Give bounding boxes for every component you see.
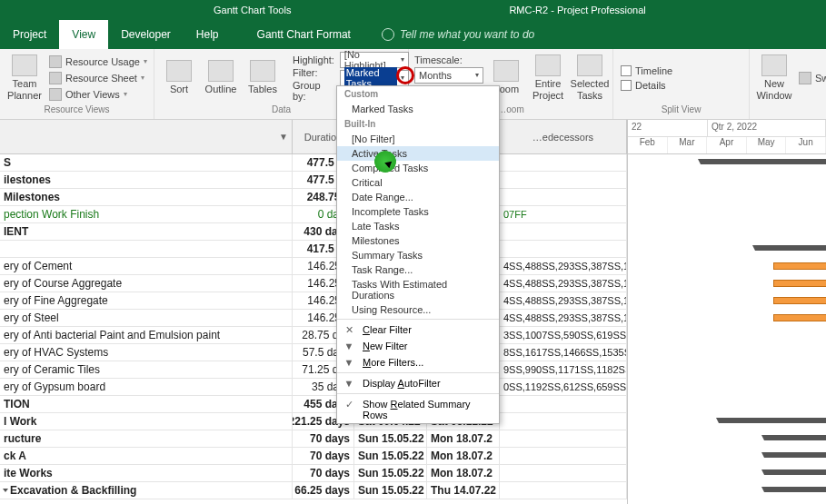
- gantt-bar[interactable]: [773, 297, 826, 304]
- pred-cell[interactable]: [500, 154, 627, 171]
- finish-cell[interactable]: Mon 18.07.2: [427, 448, 500, 464]
- table-row[interactable]: ilestones477.5 da: [0, 172, 627, 189]
- task-name-cell[interactable]: ery of Anti bacterial Paint and Emulsion…: [0, 327, 293, 343]
- task-name-cell[interactable]: l Work: [0, 413, 293, 430]
- pred-cell[interactable]: [500, 172, 627, 188]
- table-row[interactable]: ite Works70 daysSun 15.05.22Mon 18.07.2: [0, 465, 627, 482]
- dd-task-range[interactable]: Task Range...: [337, 262, 499, 277]
- resource-sheet-button[interactable]: Resource Sheet▾: [47, 71, 149, 85]
- pred-cell[interactable]: [500, 430, 627, 447]
- pred-cell[interactable]: 4SS,488SS,293SS,387SS,13: [500, 310, 627, 326]
- selected-tasks-button[interactable]: Selected Tasks: [571, 53, 609, 102]
- table-row[interactable]: Milestones248.75 d: [0, 189, 627, 206]
- table-row[interactable]: l Work221.25 daysSat 09.04.22Sat 03.11.2…: [0, 413, 627, 430]
- dd-using-resource[interactable]: Using Resource...: [337, 302, 499, 317]
- dd-incomplete-tasks[interactable]: Incomplete Tasks: [337, 204, 499, 219]
- tab-view[interactable]: View: [59, 20, 108, 49]
- gantt-bar[interactable]: [773, 280, 826, 287]
- table-row[interactable]: TION455 days: [0, 396, 627, 413]
- table-row[interactable]: ery of Steel146.25 d4SS,488SS,293SS,387S…: [0, 310, 627, 327]
- pred-cell[interactable]: [500, 413, 627, 430]
- finish-cell[interactable]: Thu 14.07.22: [427, 482, 500, 499]
- task-name-cell[interactable]: [0, 241, 293, 257]
- pred-cell[interactable]: 4SS,488SS,293SS,387SS,13: [500, 292, 627, 309]
- table-row[interactable]: S477.5 da: [0, 154, 627, 172]
- pred-cell[interactable]: [500, 465, 627, 481]
- duration-cell[interactable]: 66.25 days: [293, 482, 354, 499]
- table-row[interactable]: Excavation & Backfilling66.25 daysSun 15…: [0, 482, 627, 499]
- task-name-cell[interactable]: ery of Fine Aggregate: [0, 292, 293, 309]
- table-row[interactable]: IENT430 days: [0, 223, 627, 241]
- switch-windows-button[interactable]: Sw: [797, 71, 826, 85]
- table-row[interactable]: ery of HVAC Systems57.5 days8SS,1617SS,1…: [0, 344, 627, 361]
- dd-marked-tasks[interactable]: Marked Tasks: [337, 102, 499, 116]
- timeline-checkbox[interactable]: Timeline: [619, 64, 674, 77]
- dd-summary-tasks[interactable]: Summary Tasks: [337, 248, 499, 262]
- table-row[interactable]: ery of Ceramic Tiles71.25 day9SS,990SS,1…: [0, 361, 627, 379]
- dd-active-tasks[interactable]: Active Tasks: [337, 146, 499, 161]
- new-window-button[interactable]: New Window: [755, 53, 793, 102]
- table-row[interactable]: ery of Gypsum board35 days0SS,1192SS,612…: [0, 379, 627, 396]
- gantt-timeline[interactable]: 22 Qtr 2, 2022 FebMarAprMayJun: [627, 120, 826, 504]
- pred-cell[interactable]: [500, 482, 627, 499]
- gantt-bar[interactable]: [773, 262, 826, 270]
- start-cell[interactable]: Sun 15.05.22: [354, 430, 427, 447]
- task-name-cell[interactable]: ck A: [0, 448, 293, 464]
- dd-critical[interactable]: Critical: [337, 175, 499, 190]
- pred-cell[interactable]: 4SS,488SS,293SS,387SS,13: [500, 258, 627, 274]
- table-row[interactable]: pection Work Finish0 days07FF: [0, 206, 627, 223]
- task-name-cell[interactable]: Excavation & Backfilling: [0, 482, 293, 499]
- pred-cell[interactable]: 0SS,1192SS,612SS,659SS,6: [500, 379, 627, 395]
- task-grid[interactable]: ▼ Duration …edecessors S477.5 dailestone…: [0, 120, 627, 504]
- gantt-bar[interactable]: [773, 314, 826, 321]
- col-taskname[interactable]: ▼: [0, 120, 293, 153]
- pred-cell[interactable]: 8SS,1617SS,1466SS,1535SS: [500, 344, 627, 361]
- tables-button[interactable]: Tables: [244, 58, 282, 96]
- task-name-cell[interactable]: ite Works: [0, 465, 293, 481]
- tab-developer[interactable]: Developer: [108, 20, 184, 49]
- filter-combo[interactable]: Marked Tasks▾: [340, 70, 409, 86]
- dd-new-filter[interactable]: ▼New Filter: [337, 338, 499, 354]
- table-row[interactable]: 417.5 da: [0, 241, 627, 258]
- duration-cell[interactable]: 70 days: [293, 448, 354, 464]
- team-planner-button[interactable]: Team Planner: [5, 53, 44, 102]
- table-row[interactable]: ery of Course Aggregate146.25 d4SS,488SS…: [0, 275, 627, 292]
- timescale-combo[interactable]: Months▾: [414, 67, 483, 84]
- pred-cell[interactable]: 3SS,1007SS,590SS,619SS,6: [500, 327, 627, 343]
- tab-project[interactable]: Project: [0, 20, 59, 49]
- task-name-cell[interactable]: ery of HVAC Systems: [0, 344, 293, 361]
- highlight-combo[interactable]: [No Highlight]▾: [340, 52, 409, 68]
- task-name-cell[interactable]: ery of Cement: [0, 258, 293, 274]
- start-cell[interactable]: Sun 15.05.22: [354, 482, 427, 499]
- table-row[interactable]: ery of Cement146.25 d4SS,488SS,293SS,387…: [0, 258, 627, 275]
- tell-me-search[interactable]: Tell me what you want to do: [382, 28, 534, 41]
- duration-cell[interactable]: 70 days: [293, 430, 354, 447]
- table-row[interactable]: ery of Fine Aggregate146.25 d4SS,488SS,2…: [0, 292, 627, 310]
- finish-cell[interactable]: Mon 18.07.2: [427, 430, 500, 447]
- tab-gantt-format[interactable]: Gantt Chart Format: [244, 20, 363, 49]
- sort-button[interactable]: Sort: [160, 58, 198, 96]
- task-name-cell[interactable]: Milestones: [0, 189, 293, 205]
- pred-cell[interactable]: [500, 241, 627, 257]
- entire-project-button[interactable]: Entire Project: [529, 53, 567, 102]
- task-name-cell[interactable]: TION: [0, 396, 293, 412]
- pred-cell[interactable]: 4SS,488SS,293SS,387SS,13: [500, 275, 627, 292]
- task-name-cell[interactable]: ery of Course Aggregate: [0, 275, 293, 292]
- other-views-button[interactable]: Other Views▾: [47, 87, 149, 102]
- col-predecessors[interactable]: …edecessors: [500, 120, 627, 153]
- task-name-cell[interactable]: ery of Steel: [0, 310, 293, 326]
- task-name-cell[interactable]: ilestones: [0, 172, 293, 188]
- dd-clear-filter[interactable]: ✕Clear Filter: [337, 321, 499, 338]
- pred-cell[interactable]: [500, 396, 627, 412]
- filter-column-icon[interactable]: ▼: [279, 132, 288, 142]
- table-row[interactable]: ructure70 daysSun 15.05.22Mon 18.07.2: [0, 430, 627, 448]
- dd-completed-tasks[interactable]: Completed Tasks: [337, 161, 499, 175]
- task-name-cell[interactable]: ery of Gypsum board: [0, 379, 293, 395]
- start-cell[interactable]: Sun 15.05.22: [354, 448, 427, 464]
- dd-milestones[interactable]: Milestones: [337, 233, 499, 248]
- task-name-cell[interactable]: pection Work Finish: [0, 206, 293, 222]
- dd-more-filters[interactable]: ▼More Filters...: [337, 354, 499, 371]
- task-name-cell[interactable]: IENT: [0, 223, 293, 240]
- finish-cell[interactable]: Mon 18.07.2: [427, 465, 500, 481]
- dd-late-tasks[interactable]: Late Tasks: [337, 219, 499, 233]
